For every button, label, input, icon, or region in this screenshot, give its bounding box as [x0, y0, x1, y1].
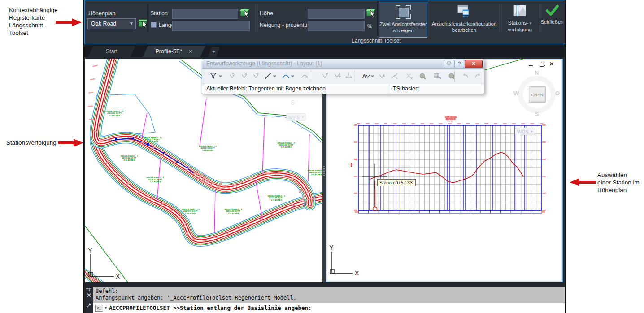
toolbar-icon-vtan[interactable] [322, 72, 330, 80]
toolbar-separator [311, 70, 311, 82]
toolbar-icon-table[interactable] [434, 72, 442, 80]
drawing-window-controls: ✕ [527, 61, 557, 68]
hoehe-input[interactable] [308, 9, 365, 19]
toolbar-titlebar[interactable]: Entwurfswerkzeuge (Längsschnitt) - Layou… [202, 59, 484, 69]
new-tab-button[interactable]: + [208, 47, 220, 57]
station-tracking-icon [513, 4, 527, 18]
ribbon-laengsschnitt-toolset: Höhenplan Oak Road ▼ Station Länge Höhe [84, 0, 565, 44]
station-tooltip: Station:0+57.33' [377, 179, 416, 186]
parcel-label: SINGLE-FAMILY : 644260.10 SQ FT1.02 ACRE… [307, 169, 322, 176]
two-viewports-button[interactable]: Zwei Ansichtsfenster anzeigen [379, 2, 427, 38]
hoehenplan-value: Oak Road [91, 21, 116, 27]
viewcube[interactable]: N W O S OBEN [513, 71, 560, 118]
wks-badge[interactable]: WKS▾ [286, 113, 306, 121]
profile-view-title: OAK ROAD PROFILE 5+50 [441, 116, 461, 123]
parcel-label: SINGLE-FAMILY : 1149636.96 SQ FT1.14 ACR… [105, 110, 123, 116]
svg-text:Y: Y [329, 244, 334, 251]
chevron-down-icon[interactable]: ▼ [129, 21, 134, 26]
tab-start[interactable]: Start [88, 46, 135, 57]
toolbar-icon-split[interactable] [391, 72, 399, 80]
toolbar-icon-curve[interactable] [301, 72, 309, 80]
cursor-arrow-icon [244, 10, 249, 17]
chevron-down-icon: ▾ [531, 129, 533, 133]
command-history[interactable]: Befehl: Anfangspunkt angeben: '_AeccProf… [93, 287, 565, 303]
toolbar-icon-caret[interactable] [289, 72, 297, 80]
command-prompt-icon[interactable]: >_ [95, 305, 103, 312]
laenge-checkbox[interactable] [151, 22, 157, 28]
laenge-input[interactable] [172, 21, 250, 31]
status-separator [389, 84, 389, 94]
wrench-icon[interactable] [86, 302, 92, 308]
viewport-config-button[interactable]: Ansichtsfensterkonfiguration bearbeiten [428, 2, 500, 38]
neigung-input[interactable] [308, 21, 365, 31]
toolbar-icon-eraser[interactable] [419, 72, 427, 80]
hoehe-label: Höhe [260, 10, 273, 17]
arrow-left-icon [569, 177, 596, 187]
svg-text:X: X [116, 273, 120, 280]
parcel-label: SINGLE-FAMILY : 445512.09 SQ FT1.05 ACRE… [224, 208, 242, 214]
command-input-row[interactable]: >_ ▼ AECCPROFILETOOLSET >>Station entlan… [93, 303, 565, 313]
toolbar-icon-delx[interactable] [405, 72, 413, 80]
toolbar-icon-redo[interactable] [474, 72, 482, 80]
design-tools-toolbar[interactable]: Entwurfswerkzeuge (Längsschnitt) - Layou… [202, 59, 484, 94]
viewcube-south[interactable]: S [535, 111, 539, 117]
command-history-line: Befehl: [96, 288, 565, 295]
toolbar-icon-grip[interactable] [345, 72, 353, 80]
close-button[interactable]: ✕ [465, 60, 483, 68]
viewcube-west[interactable]: W [513, 90, 519, 97]
toolbar-icon-caret[interactable] [271, 72, 279, 80]
toolbar-icon-caret[interactable] [217, 72, 225, 80]
parcel-label: SINGLE-FAMILY : 148111.84 SQ FT1.10 ACRE… [120, 155, 138, 161]
toolbar-icon-vx[interactable] [240, 72, 248, 80]
chevron-down-icon[interactable]: ▼ [104, 306, 108, 310]
toolbar-icon-vplus[interactable] [252, 72, 260, 80]
ucs-icon [88, 254, 114, 277]
lot-line [142, 113, 147, 138]
mode-label: TS-basiert [393, 86, 419, 92]
close-icon[interactable]: ✕ [549, 61, 557, 68]
station-label: Station [150, 10, 168, 17]
toolbar-status-row: Aktueller Befehl: Tangenten mit Bogen ze… [202, 84, 484, 94]
restore-icon[interactable] [538, 61, 546, 68]
ucs-icon [330, 252, 353, 274]
toolbar-icon-vselect[interactable] [379, 72, 387, 80]
application-window: Höhenplan Oak Road ▼ Station Länge Höhe [83, 0, 566, 313]
close-button[interactable]: Schließen [540, 2, 564, 38]
viewcube-east[interactable]: O [555, 90, 560, 97]
lot-line [200, 99, 206, 147]
tab-close-icon[interactable]: ✕ [188, 49, 192, 54]
minimize-icon[interactable] [527, 61, 535, 68]
command-history-line: Anfangspunkt angeben: '_AeccProfileTools… [96, 295, 565, 301]
wcs-badge[interactable]: WCS▾ [515, 128, 535, 135]
viewcube-south-faint[interactable]: S [291, 99, 295, 106]
hoehenplan-select[interactable]: Oak Road ▼ [87, 18, 136, 29]
station-tick-icon [117, 137, 122, 138]
toolbar-title: Entwurfswerkzeuge (Längsschnitt) - Layou… [206, 60, 322, 67]
pin-button[interactable] [444, 60, 454, 68]
toolbar-icon-vstar[interactable] [228, 72, 236, 80]
station-input[interactable] [172, 9, 238, 19]
station-tick-icon [312, 198, 317, 199]
arrow-right-icon [56, 17, 83, 27]
parcel-label: SINGLE-FAMILY : 1043912.42 SQ FT1.01 ACR… [143, 137, 162, 143]
panel-separator [147, 3, 148, 34]
parcel-label: SINGLE-FAMILY : 945118.73 SQ FT1.04 ACRE… [199, 145, 216, 151]
toolbar-icon-vdown[interactable] [334, 72, 342, 80]
hoehe-pick-button[interactable] [366, 9, 377, 17]
viewcube-north[interactable]: N [535, 69, 539, 76]
toolbar-icon-eraser[interactable] [448, 72, 456, 80]
viewport-config-icon [457, 4, 472, 19]
station-pick-button[interactable] [240, 9, 251, 17]
lot-line [262, 117, 265, 174]
toolbar-icon-caret[interactable] [369, 72, 377, 80]
drag-grip-icon[interactable] [86, 288, 91, 291]
parcel-label: SINGLE-FAMILY : 250238.21 SQ FT1.15 ACRE… [146, 176, 164, 183]
viewcube-top-button[interactable]: OBEN [529, 86, 546, 103]
panel-separator [501, 3, 502, 34]
toolbar-icon-undo[interactable] [461, 72, 470, 80]
panel-separator [377, 3, 378, 34]
station-tracking-button[interactable]: Stations- ▾ verfolgung [503, 2, 537, 38]
tab-profile-5e[interactable]: Profile-5E*✕ [143, 46, 205, 57]
close-icon[interactable]: ✕ [87, 292, 91, 299]
help-button[interactable]: ? [454, 60, 464, 68]
